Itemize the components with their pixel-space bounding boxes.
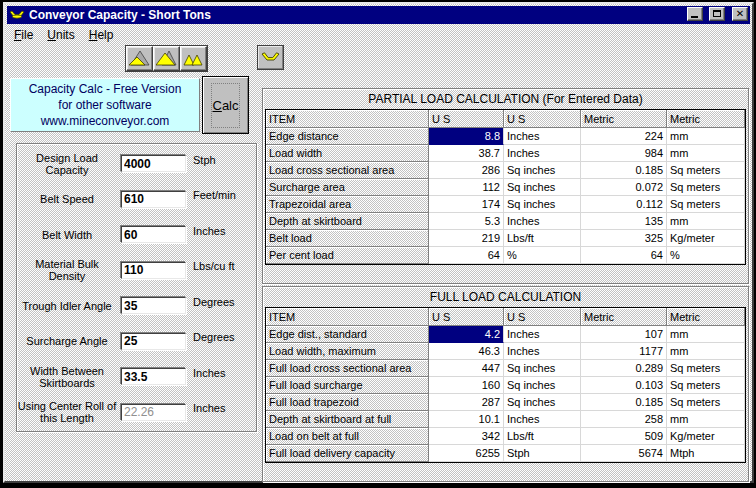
minimize-button[interactable]: [687, 7, 703, 21]
cell-us-unit[interactable]: %: [504, 247, 581, 264]
cell-metric-unit[interactable]: Sq meters: [667, 162, 745, 179]
cell-metric-value[interactable]: 5674: [581, 445, 667, 462]
cell-metric-value[interactable]: 984: [581, 145, 667, 162]
cell-us-unit[interactable]: Inches: [504, 343, 581, 360]
cell-metric-value[interactable]: 0.289: [581, 360, 667, 377]
form-row: Material Bulk DensityLbs/cu ft: [17, 253, 256, 289]
cell-item: Full load trapezoid: [266, 394, 429, 411]
cell-metric-unit[interactable]: Sq meters: [667, 377, 745, 394]
toolbar-button-twin-peaks[interactable]: [180, 46, 207, 71]
column-header: Metric: [667, 110, 745, 128]
toolbar-button-group: [125, 45, 208, 72]
field-input[interactable]: [121, 226, 186, 243]
cell-metric-value[interactable]: 0.112: [581, 196, 667, 213]
field-input[interactable]: [121, 262, 186, 279]
cell-us-unit[interactable]: Lbs/ft: [504, 428, 581, 445]
cell-us-unit[interactable]: Sq inches: [504, 377, 581, 394]
cell-us-value[interactable]: 342: [429, 428, 504, 445]
calc-button-label: Calc: [211, 83, 240, 128]
field-input[interactable]: [121, 333, 186, 350]
cell-us-unit[interactable]: Lbs/ft: [504, 230, 581, 247]
cell-us-value[interactable]: 38.7: [429, 145, 504, 162]
cell-metric-unit[interactable]: Sq meters: [667, 196, 745, 213]
menu-units[interactable]: Units: [40, 26, 81, 44]
cell-metric-unit[interactable]: Kg/meter: [667, 230, 745, 247]
cell-metric-value[interactable]: 107: [581, 326, 667, 343]
cell-us-value[interactable]: 447: [429, 360, 504, 377]
form-row: Surcharge AngleDegrees: [17, 324, 256, 360]
cell-metric-value[interactable]: 224: [581, 128, 667, 145]
cell-us-value[interactable]: 219: [429, 230, 504, 247]
cell-us-unit[interactable]: Sq inches: [504, 179, 581, 196]
cell-us-unit[interactable]: Sq inches: [504, 162, 581, 179]
cell-us-unit[interactable]: Inches: [504, 128, 581, 145]
cell-metric-value[interactable]: 135: [581, 213, 667, 230]
cell-us-value[interactable]: 286: [429, 162, 504, 179]
field-unit: Inches: [193, 402, 256, 414]
cell-us-unit[interactable]: Sq inches: [504, 196, 581, 213]
cell-metric-value[interactable]: 258: [581, 411, 667, 428]
cell-metric-value[interactable]: 1177: [581, 343, 667, 360]
field-input[interactable]: [121, 155, 186, 172]
cell-metric-unit[interactable]: %: [667, 247, 745, 264]
cell-metric-unit[interactable]: mm: [667, 411, 745, 428]
cell-metric-value[interactable]: 64: [581, 247, 667, 264]
menu-file[interactable]: File: [7, 26, 40, 44]
cell-us-unit[interactable]: Sq inches: [504, 360, 581, 377]
cell-metric-unit[interactable]: mm: [667, 213, 745, 230]
menu-help[interactable]: Help: [82, 26, 121, 44]
cell-us-value[interactable]: 5.3: [429, 213, 504, 230]
cell-us-value[interactable]: 8.8: [429, 128, 504, 145]
cell-metric-unit[interactable]: mm: [667, 326, 745, 343]
cell-us-unit[interactable]: Inches: [504, 213, 581, 230]
cell-us-unit[interactable]: Inches: [504, 326, 581, 343]
partial-load-panel: PARTIAL LOAD CALCULATION (For Entered Da…: [262, 88, 749, 284]
cell-metric-unit[interactable]: mm: [667, 343, 745, 360]
window-controls: ✕: [686, 6, 748, 24]
calc-button[interactable]: Calc: [202, 76, 249, 134]
belt-trough-icon: [260, 49, 281, 66]
cell-metric-unit[interactable]: Sq meters: [667, 179, 745, 196]
cell-us-value[interactable]: 287: [429, 394, 504, 411]
close-icon: ✕: [733, 8, 747, 20]
toolbar-button-full-load[interactable]: [153, 46, 180, 71]
cell-metric-value[interactable]: 509: [581, 428, 667, 445]
cell-metric-value[interactable]: 0.185: [581, 162, 667, 179]
cell-us-value[interactable]: 174: [429, 196, 504, 213]
field-input[interactable]: [121, 297, 186, 314]
column-header: ITEM: [266, 308, 429, 326]
cell-metric-unit[interactable]: Sq meters: [667, 360, 745, 377]
cell-us-value[interactable]: 10.1: [429, 411, 504, 428]
cell-metric-value[interactable]: 0.103: [581, 377, 667, 394]
cell-us-unit[interactable]: Inches: [504, 411, 581, 428]
cell-metric-unit[interactable]: mm: [667, 128, 745, 145]
toolbar-button-belt-trough[interactable]: [257, 45, 284, 70]
cell-us-value[interactable]: 46.3: [429, 343, 504, 360]
close-button[interactable]: ✕: [732, 7, 748, 21]
cell-us-unit[interactable]: Inches: [504, 145, 581, 162]
cell-item: Full load surcharge: [266, 377, 429, 394]
cell-us-value[interactable]: 112: [429, 179, 504, 196]
toolbar-button-partial-load[interactable]: [126, 46, 153, 71]
cell-metric-value[interactable]: 0.185: [581, 394, 667, 411]
field-input[interactable]: [121, 191, 186, 208]
maximize-button[interactable]: [709, 7, 725, 21]
app-icon: [9, 8, 25, 22]
app-window: Conveyor Capacity - Short Tons ✕ File Un…: [3, 2, 754, 483]
cell-us-value[interactable]: 64: [429, 247, 504, 264]
maximize-icon: [713, 10, 721, 17]
field-input[interactable]: [121, 368, 186, 385]
cell-us-value[interactable]: 160: [429, 377, 504, 394]
cell-us-value[interactable]: 6255: [429, 445, 504, 462]
cell-metric-unit[interactable]: Sq meters: [667, 394, 745, 411]
field-input: [121, 404, 186, 421]
cell-us-unit[interactable]: Sq inches: [504, 394, 581, 411]
cell-metric-unit[interactable]: Mtph: [667, 445, 745, 462]
cell-metric-value[interactable]: 0.072: [581, 179, 667, 196]
cell-us-unit[interactable]: Stph: [504, 445, 581, 462]
cell-metric-unit[interactable]: Kg/meter: [667, 428, 745, 445]
full-load-panel: FULL LOAD CALCULATION ITEMU SU SMetricMe…: [262, 286, 749, 482]
cell-metric-unit[interactable]: mm: [667, 145, 745, 162]
cell-metric-value[interactable]: 325: [581, 230, 667, 247]
cell-us-value[interactable]: 4.2: [429, 326, 504, 343]
